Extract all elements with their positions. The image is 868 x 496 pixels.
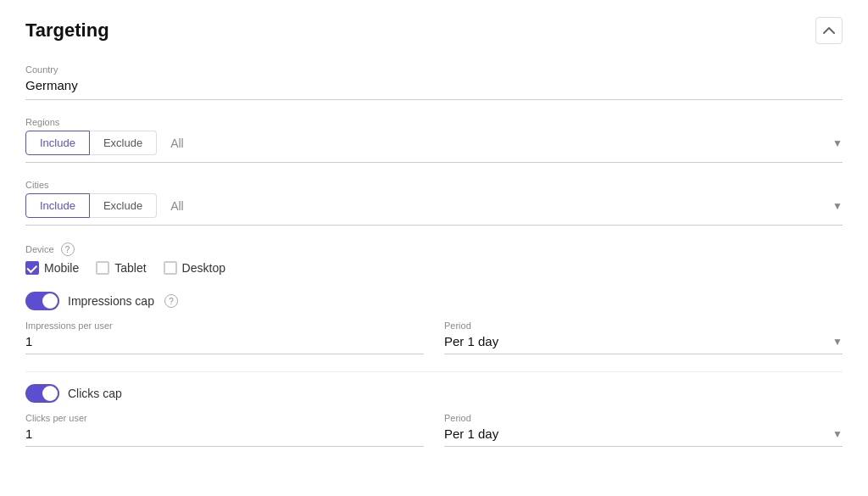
desktop-label: Desktop [182,261,225,275]
device-tablet[interactable]: Tablet [96,261,146,275]
impressions-cap-fields: Impressions per user 1 Period Per 1 day … [25,320,843,354]
page-title: Targeting [25,20,109,42]
impressions-cap-toggle-row: Impressions cap ? [25,292,843,310]
section-header: Targeting [25,17,843,44]
cities-dropdown-value: All [170,199,826,213]
device-options: Mobile Tablet Desktop [25,261,843,275]
device-help-icon[interactable]: ? [61,242,75,256]
regions-dropdown-value: All [170,137,826,150]
tablet-checkbox[interactable] [96,261,109,275]
impressions-cap-section: Impressions cap ? Impressions per user 1… [25,292,843,354]
clicks-cap-toggle-row: Clicks cap [25,384,843,403]
chevron-up-icon [823,26,835,35]
cities-exclude-button[interactable]: Exclude [90,193,157,218]
cities-label: Cities [25,180,843,190]
impressions-cap-toggle[interactable] [25,292,59,310]
clicks-per-user-label: Clicks per user [25,413,424,423]
clicks-cap-label: Clicks cap [68,387,122,400]
device-mobile[interactable]: Mobile [25,261,79,275]
clicks-period-field: Period Per 1 day ▼ [444,413,843,447]
clicks-period-label: Period [444,413,843,423]
cities-dropdown[interactable]: All ▼ [170,199,843,213]
cities-field: Cities Include Exclude All ▼ [25,180,843,226]
clicks-period-value: Per 1 day [444,426,498,441]
impressions-cap-help-icon[interactable]: ? [164,294,178,308]
desktop-checkbox[interactable] [164,261,177,275]
targeting-section: Targeting Country Germany Regions Includ… [0,0,868,496]
collapse-button[interactable] [815,17,843,44]
impressions-per-user-label: Impressions per user [25,320,424,331]
impressions-per-user-value: 1 [25,334,424,354]
regions-exclude-button[interactable]: Exclude [90,131,157,155]
regions-label: Regions [25,117,843,127]
device-desktop[interactable]: Desktop [164,261,225,275]
impressions-period-arrow-icon: ▼ [832,336,843,348]
impressions-period-dropdown[interactable]: Per 1 day ▼ [444,334,843,354]
country-value: Germany [25,78,843,100]
device-label: Device [25,244,54,254]
mobile-label: Mobile [44,261,79,275]
regions-field: Regions Include Exclude All ▼ [25,117,843,163]
impressions-period-value: Per 1 day [444,334,498,348]
impressions-period-label: Period [444,320,843,331]
impressions-per-user-field: Impressions per user 1 [25,320,424,354]
regions-row: Include Exclude All ▼ [25,131,843,163]
country-field: Country Germany [25,64,843,100]
divider [25,371,843,372]
clicks-per-user-field: Clicks per user 1 [25,413,424,447]
country-label: Country [25,64,843,75]
regions-dropdown[interactable]: All ▼ [170,137,843,150]
cities-include-button[interactable]: Include [25,193,90,218]
device-field: Device ? Mobile Tablet Desktop [25,242,843,275]
clicks-cap-section: Clicks cap Clicks per user 1 Period Per … [25,384,843,447]
regions-dropdown-arrow-icon: ▼ [832,137,843,149]
clicks-period-dropdown[interactable]: Per 1 day ▼ [444,426,843,447]
mobile-checkbox[interactable] [25,261,39,275]
impressions-cap-label: Impressions cap [68,294,154,308]
cities-dropdown-arrow-icon: ▼ [832,200,843,212]
clicks-cap-fields: Clicks per user 1 Period Per 1 day ▼ [25,413,843,447]
impressions-period-field: Period Per 1 day ▼ [444,320,843,354]
cities-row: Include Exclude All ▼ [25,193,843,226]
clicks-cap-toggle[interactable] [25,384,59,403]
clicks-per-user-value: 1 [25,426,424,447]
regions-include-button[interactable]: Include [25,131,90,155]
clicks-period-arrow-icon: ▼ [832,428,843,440]
tablet-label: Tablet [114,261,146,275]
